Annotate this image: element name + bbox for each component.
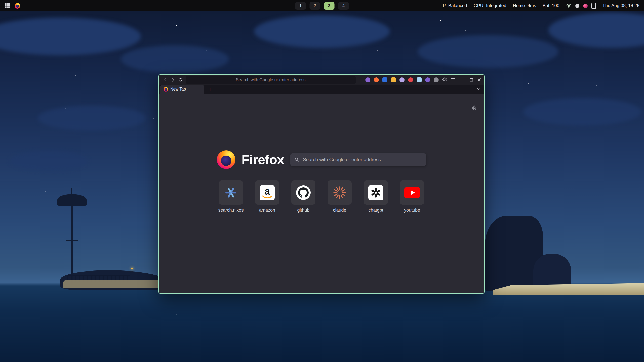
system-tray	[566, 3, 596, 9]
shortcut-claude[interactable]: claude	[328, 180, 352, 213]
github-octocat-icon	[296, 185, 311, 200]
cloud	[121, 45, 229, 73]
tile-label: claude	[333, 208, 346, 213]
firefox-favicon	[164, 87, 168, 92]
bluetooth-icon[interactable]	[575, 4, 579, 8]
workspace-1[interactable]: 1	[295, 2, 306, 10]
workspace-3-active[interactable]: 3	[324, 2, 335, 10]
new-tab-page: Firefox	[159, 94, 484, 293]
extensions-puzzle-icon[interactable]	[442, 77, 447, 82]
cloud	[0, 18, 141, 55]
maximize-button[interactable]	[469, 78, 474, 82]
shortcut-github[interactable]: github	[291, 180, 315, 213]
shortcut-search-nixos[interactable]: search.nixos	[219, 180, 243, 213]
nixos-snowflake-icon	[225, 186, 237, 199]
tile[interactable]	[400, 180, 424, 205]
tile[interactable]	[291, 180, 315, 205]
new-tab-button[interactable]: +	[207, 86, 213, 93]
window-controls	[461, 78, 481, 82]
tile[interactable]: a	[255, 180, 279, 205]
url-bar[interactable]	[186, 76, 356, 84]
newtab-search-bar[interactable]	[290, 153, 426, 166]
tab-title: New Tab	[170, 87, 186, 92]
shortcut-tiles: search.nixos a amazon	[159, 180, 484, 213]
status-bar: 1 2 3 4 P: Balanced GPU: Integrated Home…	[0, 0, 644, 11]
battery-label: Bat: 100	[543, 3, 559, 8]
extension-icon-7[interactable]	[417, 77, 422, 82]
amazon-letter: a	[264, 187, 270, 195]
search-icon	[294, 157, 299, 162]
power-profile-label: P: Balanced	[443, 3, 467, 8]
url-input[interactable]	[186, 76, 356, 84]
tile-label: youtube	[404, 208, 420, 213]
tab-list-chevron-icon[interactable]	[476, 87, 481, 92]
settings-gear-icon[interactable]	[471, 105, 477, 111]
extension-icon-6[interactable]	[408, 77, 413, 82]
cloud	[10, 151, 88, 171]
amazon-icon: a	[260, 185, 275, 200]
hamburger-menu-icon[interactable]	[451, 77, 456, 82]
cloud	[418, 35, 558, 68]
extension-icon-9[interactable]	[434, 77, 439, 82]
watchtower-tip	[71, 188, 72, 195]
tile-label: chatgpt	[368, 208, 383, 213]
extension-icon-1[interactable]	[365, 77, 370, 82]
tile-label: github	[297, 208, 309, 213]
workspace-switcher: 1 2 3 4	[295, 2, 349, 10]
extension-icon-2[interactable]	[374, 77, 379, 82]
desktop: 1 2 3 4 P: Balanced GPU: Integrated Home…	[0, 0, 644, 362]
extension-icon-4[interactable]	[391, 77, 396, 82]
statusbar-right: P: Balanced GPU: Integrated Home: 9ms Ba…	[443, 3, 639, 9]
tile-label: amazon	[259, 208, 275, 213]
statusbar-left	[5, 3, 20, 9]
color-wheel-icon[interactable]	[583, 4, 588, 8]
watchtower-pole	[71, 201, 73, 284]
watchtower-canopy	[57, 194, 87, 206]
tile[interactable]	[364, 180, 388, 205]
workspace-4[interactable]: 4	[338, 2, 349, 10]
tile-label: search.nixos	[218, 208, 244, 213]
tablet-icon[interactable]	[591, 3, 596, 9]
close-button[interactable]	[477, 78, 481, 82]
cloud	[523, 98, 641, 126]
amazon-smile	[262, 195, 273, 199]
extension-icon-3[interactable]	[382, 77, 387, 82]
apps-grid-icon[interactable]	[5, 3, 10, 8]
minimize-button[interactable]	[461, 78, 466, 82]
shortcut-youtube[interactable]: youtube	[400, 180, 424, 213]
shortcut-chatgpt[interactable]: chatgpt	[364, 180, 388, 213]
extension-icon-8[interactable]	[425, 77, 430, 82]
firefox-logo	[217, 150, 235, 169]
openai-knot-icon	[368, 185, 383, 200]
watchtower-platform	[66, 240, 78, 241]
browser-toolbar	[159, 75, 484, 85]
tile[interactable]	[328, 180, 352, 205]
newtab-search-input[interactable]	[302, 157, 422, 163]
home-ping-label: Home: 9ms	[513, 3, 536, 8]
gpu-label: GPU: Integrated	[474, 3, 506, 8]
hut-light	[131, 268, 133, 269]
youtube-play-icon	[404, 187, 420, 198]
firefox-icon[interactable]	[15, 3, 20, 9]
workspace-2[interactable]: 2	[310, 2, 320, 10]
forward-button[interactable]	[169, 76, 177, 84]
reload-button[interactable]	[177, 76, 184, 84]
tab-bar: New Tab +	[159, 85, 484, 94]
clock-label: Thu Aug 08, 18:26	[602, 3, 639, 8]
tile[interactable]	[219, 180, 243, 205]
cloud	[254, 15, 390, 48]
back-button[interactable]	[162, 76, 169, 84]
cloud	[38, 106, 146, 131]
play-triangle	[411, 190, 415, 195]
wifi-icon[interactable]	[566, 3, 572, 8]
firefox-window: New Tab + Firefox	[158, 74, 485, 294]
claude-burst-icon	[333, 186, 346, 199]
shortcut-amazon[interactable]: a amazon	[255, 180, 279, 213]
toolbar-right	[365, 77, 481, 82]
extension-icon-5[interactable]	[399, 77, 405, 82]
newtab-hero: Firefox	[159, 150, 484, 169]
cloud	[548, 13, 644, 48]
firefox-wordmark: Firefox	[242, 152, 284, 167]
text-caret	[272, 78, 272, 82]
tab-new-tab[interactable]: New Tab	[160, 85, 204, 94]
